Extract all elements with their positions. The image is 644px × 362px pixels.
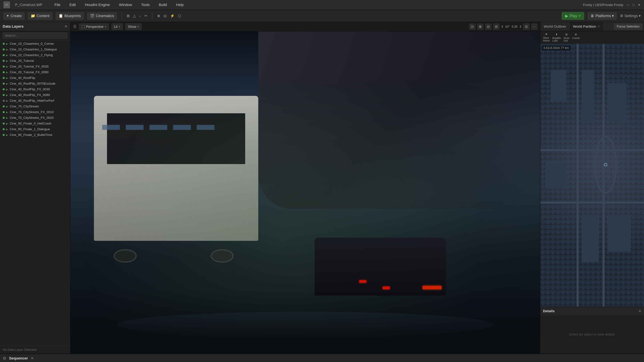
- wp-show-actors-btn[interactable]: 👁 ShowActors: [543, 33, 550, 42]
- toolbar-icon-7[interactable]: ⚡: [170, 14, 174, 18]
- toolbar-icon-3[interactable]: ↓: [139, 14, 141, 18]
- viewport-grid-btn[interactable]: ⊞: [477, 24, 483, 30]
- layer-name: Cine_70_CityStreets_FX_0010: [10, 110, 54, 114]
- world-partition-map[interactable]: 4.61x5.50x0.77 km: [540, 44, 644, 307]
- map-road-vertical-1: [576, 44, 578, 307]
- chevron-icon: ▶: [6, 122, 8, 125]
- perspective-icon: ⛶: [82, 25, 85, 29]
- show-dropdown: ▾: [137, 25, 139, 29]
- chevron-icon: ▶: [6, 48, 8, 51]
- layer-name: Cine_10_ChaseIntro_0_Corner: [10, 42, 54, 45]
- platforms-button[interactable]: 🖥 Platforms ▾: [588, 12, 617, 19]
- menu-window[interactable]: Window: [117, 2, 134, 8]
- chevron-icon: ▶: [6, 54, 8, 57]
- minimize-btn[interactable]: ─: [627, 3, 629, 7]
- menu-build[interactable]: Build: [157, 2, 169, 8]
- list-item[interactable]: ▶ Cine_90_Finale_2_BulletTime: [0, 132, 70, 138]
- menu-help[interactable]: Help: [174, 2, 186, 8]
- list-item[interactable]: ▶ Cine_70_CityStreets: [0, 104, 70, 109]
- wp-cell-btn[interactable]: ⊞ ShowCell: [564, 33, 569, 42]
- lit-button[interactable]: Lit ▾: [112, 23, 123, 30]
- map-road-horizontal-1: [540, 149, 644, 151]
- viewport-more-btn[interactable]: ⋯: [531, 24, 537, 30]
- actors-icon: 👁: [545, 33, 548, 36]
- content-button[interactable]: 📁 Content: [28, 12, 52, 19]
- list-item[interactable]: ▶ Cine_10_ChaseIntro_0_Corner: [0, 41, 70, 46]
- chevron-icon: ▶: [6, 42, 8, 45]
- menu-tools[interactable]: Tools: [139, 2, 152, 8]
- layer-active-dot: [3, 60, 5, 62]
- list-item[interactable]: ▶ Cine_40_RoofFlip_FX_0030: [0, 86, 70, 92]
- list-item[interactable]: ▶ Cine_10_ChaseIntro_2_Flying: [0, 52, 70, 58]
- menu-houdini[interactable]: Houdini Engine: [83, 2, 112, 8]
- toolbar-icon-6[interactable]: ◎: [164, 14, 167, 18]
- layer-active-dot: [3, 94, 5, 96]
- toolbar-icon-4[interactable]: ✂: [144, 14, 148, 18]
- layer-name: Cine_90_Finale_0_HeliCrash: [10, 122, 51, 125]
- layer-name: Cine_10_ChaseIntro_2_Flying: [10, 53, 53, 57]
- list-item[interactable]: ▶ Cine_90_Finale_0_HeliCrash: [0, 121, 70, 126]
- chevron-icon: ▶: [6, 65, 8, 68]
- viewport-snap-btn[interactable]: ⊡: [485, 24, 492, 30]
- toolbar: ✦ Create 📁 Content 📋 Blueprints 🎬 Cinema…: [0, 10, 644, 22]
- viewport-layout-btn[interactable]: ⊡: [523, 24, 529, 30]
- map-building-5: [582, 215, 598, 262]
- maximize-btn[interactable]: □: [632, 3, 634, 7]
- create-button[interactable]: ✦ Create: [3, 12, 24, 19]
- viewport-content[interactable]: CS0140_01 0715 0000+ 0716 ● | ⏮ ◀ ◁ ▶ ▷: [70, 31, 540, 354]
- settings-button[interactable]: ⚙ Settings ▾: [620, 14, 641, 18]
- toolbar-icon-8[interactable]: ⬡: [178, 14, 181, 18]
- viewport-cam-btn[interactable]: 🎥: [469, 24, 475, 30]
- app-icon: 🎮: [3, 1, 10, 8]
- layer-active-dot: [3, 122, 5, 124]
- lit-dropdown: ▾: [118, 25, 120, 29]
- menu-bar-right: Frosty | UE5/Private-Frosty ─ □ ✕: [583, 3, 641, 7]
- play-button[interactable]: ▶ ▶ Play Play ▾: [562, 12, 584, 20]
- focus-selection-button[interactable]: Focus Selection: [614, 23, 642, 29]
- list-item[interactable]: ▶ Cine_70_CityStreets_FX_0020: [0, 115, 70, 121]
- chevron-icon: ▶: [6, 128, 8, 131]
- viewport-menu-icon[interactable]: ☰: [73, 24, 76, 29]
- menu-file[interactable]: File: [52, 2, 62, 8]
- platforms-icon: 🖥: [590, 14, 594, 18]
- list-item[interactable]: ▶ Cine_20_Tutorial: [0, 58, 70, 64]
- coords-icon: ⊕: [575, 33, 577, 36]
- tab-world-partition[interactable]: World Partition ✕: [570, 22, 604, 31]
- list-item[interactable]: ▶ Cine_70_CityStreets_FX_0010: [0, 109, 70, 115]
- toolbar-icon-2[interactable]: △: [133, 14, 136, 18]
- world-partition-close[interactable]: ✕: [598, 25, 600, 28]
- list-item[interactable]: ▶ Cine_10_ChaseIntro_1_Dialogue: [0, 46, 70, 52]
- wp-load-btn[interactable]: ⬇ BugdltloLoad: [552, 33, 561, 42]
- layer-name: Cine_20_Tutorial_FX_0030: [10, 65, 49, 68]
- toolbar-icon-1[interactable]: ⊞: [126, 14, 130, 18]
- list-item[interactable]: ▶ Cine_40_RoofFlip_0070Exclude: [0, 81, 70, 86]
- close-btn[interactable]: ✕: [638, 3, 641, 7]
- layer-active-dot: [3, 48, 5, 50]
- toolbar-sep-1: [122, 12, 122, 19]
- viewport-grid-label: 0.25: [512, 25, 518, 28]
- perspective-button[interactable]: ⛶ Perspective ▾: [79, 23, 109, 30]
- list-item[interactable]: ▶ Cine_40_RoofFlip: [0, 75, 70, 81]
- list-item[interactable]: ▶ Cine_20_Tutorial_FX_0090: [0, 69, 70, 75]
- lit-label: Lit: [114, 25, 118, 29]
- toolbar-icon-5[interactable]: ⊕: [157, 14, 160, 18]
- layer-active-dot: [3, 88, 5, 90]
- tab-world-outliner[interactable]: World Outliner: [540, 22, 570, 31]
- list-item[interactable]: ▶ Cine_20_Tutorial_FX_0030: [0, 64, 70, 69]
- wp-coords-btn[interactable]: ⊕ Coords: [572, 33, 580, 42]
- show-button[interactable]: Show ▾: [126, 23, 142, 30]
- list-item[interactable]: ▶ Cine_40_RoofFlip_HideForPerf: [0, 98, 70, 104]
- data-layers-close[interactable]: ✕: [64, 24, 68, 29]
- list-item[interactable]: ▶ Cine_40_RoofFlip_FX_0080: [0, 92, 70, 98]
- data-layers-search-input[interactable]: [3, 32, 68, 39]
- list-item[interactable]: ▶ Cine_90_Finale_1_Dialogue: [0, 126, 70, 132]
- sequencer-close-btn[interactable]: ✕: [31, 356, 34, 361]
- blueprints-button[interactable]: 📋 Blueprints: [56, 12, 84, 19]
- menu-edit[interactable]: Edit: [68, 2, 78, 8]
- details-close[interactable]: ✕: [638, 309, 641, 313]
- viewport-view-btn[interactable]: ⊟: [494, 24, 500, 30]
- layer-name: Cine_90_Finale_2_BulletTime: [10, 133, 52, 137]
- cinematics-button[interactable]: 🎬 Cinematics: [87, 12, 117, 19]
- taillight-far2: [359, 280, 366, 283]
- coords-label: Coords: [572, 37, 580, 39]
